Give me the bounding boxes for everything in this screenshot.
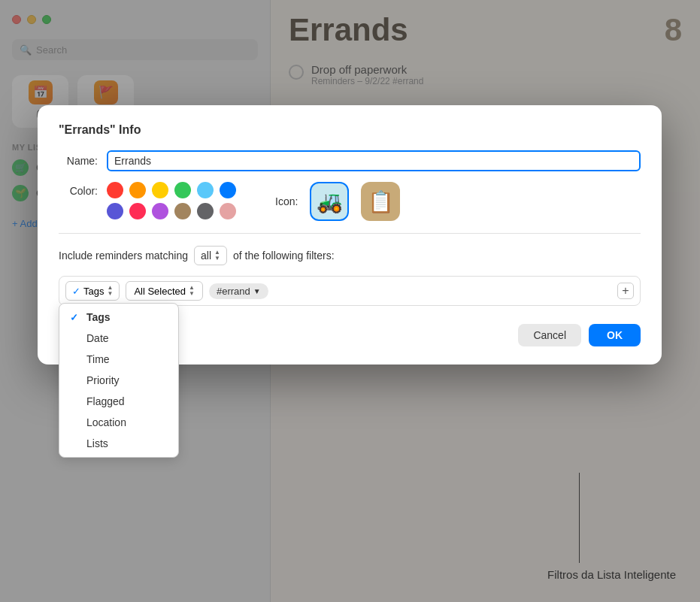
tag-chip[interactable]: #errand ▼ — [209, 283, 268, 299]
dropdown-item-priority[interactable]: Priority — [59, 370, 178, 391]
dropdown-label-location: Location — [86, 416, 126, 428]
dropdown-label-lists: Lists — [86, 437, 108, 449]
dropdown-item-flagged[interactable]: Flagged — [59, 391, 178, 412]
dropdown-item-lists[interactable]: Lists — [59, 433, 178, 454]
color-blue[interactable] — [220, 182, 236, 198]
dropdown-label-time: Time — [86, 353, 110, 365]
filter-type-button[interactable]: ✓ Tags ▲ ▼ — [65, 281, 120, 301]
filter-type-dropdown: ✓ Tags Date Time Priority Flagged Loc — [59, 303, 179, 458]
color-label: Color: — [59, 185, 98, 197]
filter-row: Include reminders matching all ▲ ▼ of th… — [59, 246, 641, 265]
dropdown-label-tags: Tags — [86, 311, 111, 323]
dropdown-item-tags[interactable]: ✓ Tags — [59, 307, 178, 328]
color-lavender[interactable] — [152, 203, 168, 219]
filter-label-pre: Include reminders matching — [59, 250, 188, 262]
errands-info-modal: "Errands" Info Name: Color: — [38, 105, 662, 365]
filter-type-checkmark: ✓ — [72, 286, 80, 297]
color-rose[interactable] — [220, 203, 236, 219]
stepper-arrows: ▲ ▼ — [214, 250, 220, 262]
dropdown-label-flagged: Flagged — [86, 395, 125, 407]
color-orange[interactable] — [129, 182, 146, 198]
icon-label: Icon: — [275, 195, 298, 207]
all-selected-button[interactable]: All Selected ▲ ▼ — [126, 281, 203, 301]
filter-match-select[interactable]: all ▲ ▼ — [194, 246, 227, 265]
filter-match-value: all — [201, 250, 211, 262]
dropdown-label-date: Date — [86, 332, 109, 344]
all-selected-stepper: ▲ ▼ — [189, 285, 195, 297]
name-input[interactable] — [107, 150, 641, 171]
icon-list[interactable]: 📋 — [361, 182, 400, 221]
dropdown-item-time[interactable]: Time — [59, 349, 178, 370]
filter-tag-area: ✓ Tags ▲ ▼ All Selected ▲ ▼ #errand ▼ — [59, 276, 641, 306]
cancel-button[interactable]: Cancel — [518, 324, 581, 346]
all-selected-label: All Selected — [134, 286, 186, 297]
color-green[interactable] — [174, 182, 191, 198]
divider — [59, 233, 641, 234]
checkmark-icon: ✓ — [70, 312, 80, 323]
tag-chevron: ▼ — [253, 287, 261, 295]
add-filter-button[interactable]: + — [617, 283, 634, 299]
tag-value: #errand — [217, 286, 250, 297]
filter-label-post: of the following filters: — [233, 250, 335, 262]
dropdown-item-date[interactable]: Date — [59, 328, 178, 349]
filter-tag-container: ✓ Tags ▲ ▼ All Selected ▲ ▼ #errand ▼ — [59, 276, 641, 306]
ok-button[interactable]: OK — [589, 324, 641, 346]
color-purple[interactable] — [107, 203, 123, 219]
color-pink[interactable] — [129, 203, 146, 219]
dropdown-label-priority: Priority — [86, 374, 120, 386]
modal-title: "Errands" Info — [59, 123, 641, 137]
color-tan[interactable] — [174, 203, 191, 219]
color-row-2 — [107, 203, 236, 219]
color-red[interactable] — [107, 182, 123, 198]
color-teal[interactable] — [197, 182, 214, 198]
color-grid — [107, 182, 236, 219]
color-row-1 — [107, 182, 236, 198]
color-yellow[interactable] — [152, 182, 168, 198]
color-gray[interactable] — [197, 203, 214, 219]
name-label: Name: — [59, 155, 98, 167]
filter-type-label: Tags — [83, 286, 104, 297]
icon-section: Icon: 🚜 📋 — [275, 182, 400, 221]
dropdown-item-location[interactable]: Location — [59, 412, 178, 433]
filter-type-stepper: ▲ ▼ — [107, 285, 113, 297]
icon-truck[interactable]: 🚜 — [310, 182, 349, 221]
color-icon-row: Color: Icon: 🚜 📋 — [59, 182, 641, 221]
name-row: Name: — [59, 150, 641, 171]
